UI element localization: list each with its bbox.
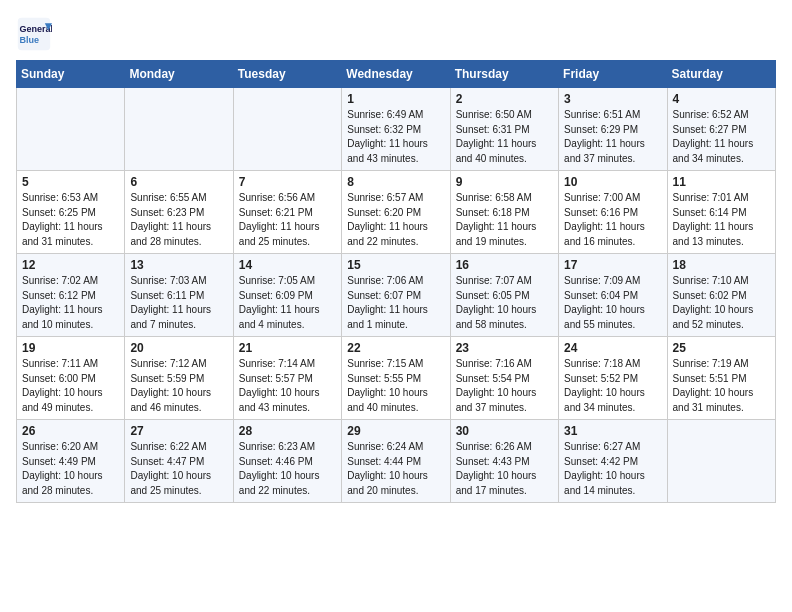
- day-info: Sunrise: 6:58 AMSunset: 6:18 PMDaylight:…: [456, 191, 553, 249]
- calendar-cell: 9Sunrise: 6:58 AMSunset: 6:18 PMDaylight…: [450, 171, 558, 254]
- day-info: Sunrise: 6:51 AMSunset: 6:29 PMDaylight:…: [564, 108, 661, 166]
- calendar-cell: 24Sunrise: 7:18 AMSunset: 5:52 PMDayligh…: [559, 337, 667, 420]
- column-header-wednesday: Wednesday: [342, 61, 450, 88]
- calendar-table: SundayMondayTuesdayWednesdayThursdayFrid…: [16, 60, 776, 503]
- calendar-cell: 7Sunrise: 6:56 AMSunset: 6:21 PMDaylight…: [233, 171, 341, 254]
- day-info: Sunrise: 7:18 AMSunset: 5:52 PMDaylight:…: [564, 357, 661, 415]
- day-info: Sunrise: 7:19 AMSunset: 5:51 PMDaylight:…: [673, 357, 770, 415]
- week-row-2: 5Sunrise: 6:53 AMSunset: 6:25 PMDaylight…: [17, 171, 776, 254]
- calendar-cell: 11Sunrise: 7:01 AMSunset: 6:14 PMDayligh…: [667, 171, 775, 254]
- day-number: 13: [130, 258, 227, 272]
- day-info: Sunrise: 7:10 AMSunset: 6:02 PMDaylight:…: [673, 274, 770, 332]
- day-info: Sunrise: 6:23 AMSunset: 4:46 PMDaylight:…: [239, 440, 336, 498]
- day-number: 17: [564, 258, 661, 272]
- calendar-cell: 17Sunrise: 7:09 AMSunset: 6:04 PMDayligh…: [559, 254, 667, 337]
- calendar-cell: 12Sunrise: 7:02 AMSunset: 6:12 PMDayligh…: [17, 254, 125, 337]
- column-header-thursday: Thursday: [450, 61, 558, 88]
- week-row-4: 19Sunrise: 7:11 AMSunset: 6:00 PMDayligh…: [17, 337, 776, 420]
- calendar-cell: 29Sunrise: 6:24 AMSunset: 4:44 PMDayligh…: [342, 420, 450, 503]
- day-number: 8: [347, 175, 444, 189]
- calendar-cell: [17, 88, 125, 171]
- day-number: 12: [22, 258, 119, 272]
- logo-icon: General Blue: [16, 16, 52, 52]
- day-number: 14: [239, 258, 336, 272]
- week-row-3: 12Sunrise: 7:02 AMSunset: 6:12 PMDayligh…: [17, 254, 776, 337]
- calendar-cell: [233, 88, 341, 171]
- day-number: 28: [239, 424, 336, 438]
- calendar-cell: [125, 88, 233, 171]
- calendar-cell: 20Sunrise: 7:12 AMSunset: 5:59 PMDayligh…: [125, 337, 233, 420]
- day-info: Sunrise: 7:11 AMSunset: 6:00 PMDaylight:…: [22, 357, 119, 415]
- day-info: Sunrise: 6:22 AMSunset: 4:47 PMDaylight:…: [130, 440, 227, 498]
- calendar-cell: 5Sunrise: 6:53 AMSunset: 6:25 PMDaylight…: [17, 171, 125, 254]
- day-number: 3: [564, 92, 661, 106]
- day-info: Sunrise: 7:01 AMSunset: 6:14 PMDaylight:…: [673, 191, 770, 249]
- day-number: 21: [239, 341, 336, 355]
- calendar-cell: 21Sunrise: 7:14 AMSunset: 5:57 PMDayligh…: [233, 337, 341, 420]
- calendar-cell: 16Sunrise: 7:07 AMSunset: 6:05 PMDayligh…: [450, 254, 558, 337]
- day-info: Sunrise: 7:02 AMSunset: 6:12 PMDaylight:…: [22, 274, 119, 332]
- calendar-cell: 2Sunrise: 6:50 AMSunset: 6:31 PMDaylight…: [450, 88, 558, 171]
- day-info: Sunrise: 7:16 AMSunset: 5:54 PMDaylight:…: [456, 357, 553, 415]
- calendar-cell: 28Sunrise: 6:23 AMSunset: 4:46 PMDayligh…: [233, 420, 341, 503]
- calendar-cell: 23Sunrise: 7:16 AMSunset: 5:54 PMDayligh…: [450, 337, 558, 420]
- calendar-cell: 19Sunrise: 7:11 AMSunset: 6:00 PMDayligh…: [17, 337, 125, 420]
- day-info: Sunrise: 6:27 AMSunset: 4:42 PMDaylight:…: [564, 440, 661, 498]
- calendar-cell: 4Sunrise: 6:52 AMSunset: 6:27 PMDaylight…: [667, 88, 775, 171]
- day-number: 25: [673, 341, 770, 355]
- calendar-cell: 25Sunrise: 7:19 AMSunset: 5:51 PMDayligh…: [667, 337, 775, 420]
- column-header-saturday: Saturday: [667, 61, 775, 88]
- day-number: 31: [564, 424, 661, 438]
- day-number: 19: [22, 341, 119, 355]
- calendar-cell: 14Sunrise: 7:05 AMSunset: 6:09 PMDayligh…: [233, 254, 341, 337]
- day-number: 4: [673, 92, 770, 106]
- day-number: 22: [347, 341, 444, 355]
- day-info: Sunrise: 7:05 AMSunset: 6:09 PMDaylight:…: [239, 274, 336, 332]
- day-number: 30: [456, 424, 553, 438]
- day-info: Sunrise: 7:00 AMSunset: 6:16 PMDaylight:…: [564, 191, 661, 249]
- day-info: Sunrise: 7:12 AMSunset: 5:59 PMDaylight:…: [130, 357, 227, 415]
- day-info: Sunrise: 6:50 AMSunset: 6:31 PMDaylight:…: [456, 108, 553, 166]
- page-header: General Blue: [16, 16, 776, 52]
- day-number: 27: [130, 424, 227, 438]
- calendar-cell: [667, 420, 775, 503]
- calendar-cell: 10Sunrise: 7:00 AMSunset: 6:16 PMDayligh…: [559, 171, 667, 254]
- day-info: Sunrise: 6:53 AMSunset: 6:25 PMDaylight:…: [22, 191, 119, 249]
- calendar-cell: 27Sunrise: 6:22 AMSunset: 4:47 PMDayligh…: [125, 420, 233, 503]
- day-number: 20: [130, 341, 227, 355]
- day-info: Sunrise: 6:20 AMSunset: 4:49 PMDaylight:…: [22, 440, 119, 498]
- day-number: 5: [22, 175, 119, 189]
- day-number: 26: [22, 424, 119, 438]
- day-info: Sunrise: 6:55 AMSunset: 6:23 PMDaylight:…: [130, 191, 227, 249]
- column-header-friday: Friday: [559, 61, 667, 88]
- week-row-1: 1Sunrise: 6:49 AMSunset: 6:32 PMDaylight…: [17, 88, 776, 171]
- column-header-sunday: Sunday: [17, 61, 125, 88]
- day-info: Sunrise: 7:14 AMSunset: 5:57 PMDaylight:…: [239, 357, 336, 415]
- logo: General Blue: [16, 16, 56, 52]
- calendar-cell: 31Sunrise: 6:27 AMSunset: 4:42 PMDayligh…: [559, 420, 667, 503]
- day-info: Sunrise: 7:07 AMSunset: 6:05 PMDaylight:…: [456, 274, 553, 332]
- day-info: Sunrise: 6:56 AMSunset: 6:21 PMDaylight:…: [239, 191, 336, 249]
- day-info: Sunrise: 6:52 AMSunset: 6:27 PMDaylight:…: [673, 108, 770, 166]
- day-info: Sunrise: 7:03 AMSunset: 6:11 PMDaylight:…: [130, 274, 227, 332]
- day-number: 15: [347, 258, 444, 272]
- day-number: 24: [564, 341, 661, 355]
- day-number: 29: [347, 424, 444, 438]
- day-number: 2: [456, 92, 553, 106]
- day-number: 18: [673, 258, 770, 272]
- day-info: Sunrise: 6:57 AMSunset: 6:20 PMDaylight:…: [347, 191, 444, 249]
- day-number: 11: [673, 175, 770, 189]
- calendar-cell: 30Sunrise: 6:26 AMSunset: 4:43 PMDayligh…: [450, 420, 558, 503]
- day-number: 9: [456, 175, 553, 189]
- day-number: 10: [564, 175, 661, 189]
- day-number: 1: [347, 92, 444, 106]
- calendar-cell: 18Sunrise: 7:10 AMSunset: 6:02 PMDayligh…: [667, 254, 775, 337]
- week-row-5: 26Sunrise: 6:20 AMSunset: 4:49 PMDayligh…: [17, 420, 776, 503]
- day-number: 16: [456, 258, 553, 272]
- calendar-cell: 6Sunrise: 6:55 AMSunset: 6:23 PMDaylight…: [125, 171, 233, 254]
- calendar-cell: 22Sunrise: 7:15 AMSunset: 5:55 PMDayligh…: [342, 337, 450, 420]
- day-info: Sunrise: 7:06 AMSunset: 6:07 PMDaylight:…: [347, 274, 444, 332]
- day-info: Sunrise: 7:15 AMSunset: 5:55 PMDaylight:…: [347, 357, 444, 415]
- calendar-cell: 13Sunrise: 7:03 AMSunset: 6:11 PMDayligh…: [125, 254, 233, 337]
- day-number: 7: [239, 175, 336, 189]
